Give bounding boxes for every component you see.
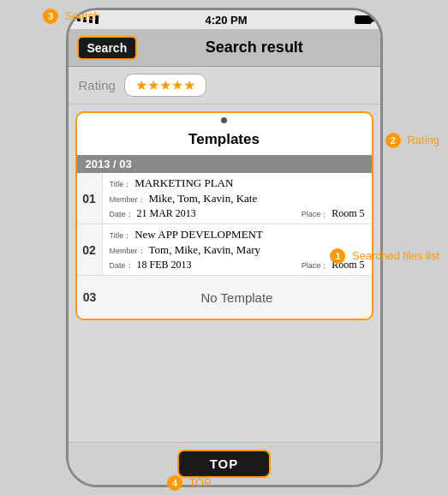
callout-circle-1: 1 [330,248,345,264]
member-value-1: Mike, Tom, Kavin, Kate [149,192,258,206]
battery-area [355,15,372,24]
date-value-2: 18 FEB 2013 [137,259,192,271]
member-label-2: Member： [110,246,146,257]
search-back-button[interactable]: Search [77,36,138,60]
date-section-1: Date： 21 MAR 2013 [110,207,196,220]
callout-top: 4 TOP [167,475,212,491]
callout-circle-2: 2 [385,133,401,148]
filter-bar: Rating ★★★★★ [69,67,380,104]
status-time: 4:20 PM [99,14,355,27]
member-label-1: Member： [110,194,146,206]
pagination-dot [221,117,227,123]
member-row-1: Member： Mike, Tom, Kavin, Kate [110,192,365,206]
callout-circle-4: 4 [167,475,182,491]
nav-bar: Search Search result [69,29,380,67]
rating-stars[interactable]: ★★★★★ [124,74,206,97]
callout-search: 3 Search [43,9,100,24]
title-value-2: New APP DEVELOPMENT [134,228,263,242]
title-label-2: Title： [110,230,132,242]
callout-text-4: TOP [188,476,212,489]
date-section-2: Date： 18 FEB 2013 [110,259,192,271]
table-row[interactable]: 02 Title： New APP DEVELOPMENT Member： To… [77,224,372,276]
date-label-2: Date： [110,260,134,271]
bottom-row-2: Date： 18 FEB 2013 Place： Room 5 [110,259,365,271]
title-label-1: Title： [110,179,132,190]
date-header: 2013 / 03 [77,155,372,173]
bottom-row-1: Date： 21 MAR 2013 Place： Room 5 [110,207,365,220]
callout-rating: 2 Rating [385,133,439,148]
record-number-3: 03 [77,290,103,304]
member-value-2: Tom, Mike, Kavin, Mary [149,243,261,257]
status-bar: 4:20 PM [69,10,380,29]
callout-searched-files: 1 Searched files list [330,248,439,264]
battery-icon [355,15,372,24]
top-button[interactable]: TOP [177,450,272,478]
date-value-1: 21 MAR 2013 [137,207,196,220]
main-content: Templates 2013 / 03 01 Title： MARKETING … [69,104,380,442]
record-number-1: 01 [77,173,103,224]
place-label-2: Place： [302,260,329,271]
title-value-1: MARKETING PLAN [134,176,233,190]
member-row-2: Member： Tom, Mike, Kavin, Mary [110,243,365,257]
record-details-1: Title： MARKETING PLAN Member： Mike, Tom,… [103,173,372,224]
battery-fill [355,16,371,23]
callout-text-3: Search [65,9,100,22]
table-row: 03 No Template [77,276,372,319]
record-number-2: 02 [77,224,103,275]
table-row[interactable]: 01 Title： MARKETING PLAN Member： Mike, T… [77,173,372,224]
no-template-text: No Template [103,290,372,305]
callout-text-1: Searched files list [352,249,439,262]
results-card: Templates 2013 / 03 01 Title： MARKETING … [75,111,373,320]
place-section-1: Place： Room 5 [302,207,365,220]
place-value-1: Room 5 [332,207,364,220]
rating-label: Rating [79,78,116,92]
nav-title: Search result [137,39,371,57]
title-row-2: Title： New APP DEVELOPMENT [110,228,365,242]
section-title: Templates [77,126,372,155]
bottom-bar: TOP [69,442,380,485]
callout-circle-3: 3 [43,9,58,24]
callout-text-2: Rating [407,134,439,146]
pagination [77,113,372,126]
date-label-1: Date： [110,209,134,220]
title-row-1: Title： MARKETING PLAN [110,176,365,190]
place-label-1: Place： [302,209,329,220]
